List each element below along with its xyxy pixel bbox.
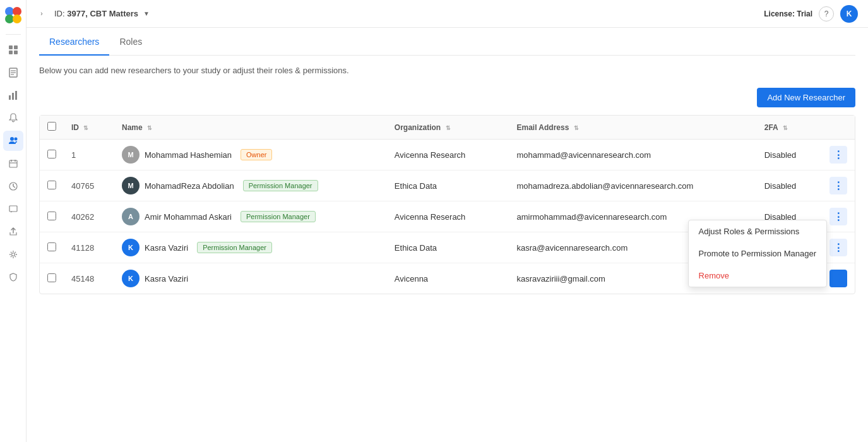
content-area: Researchers Roles Below you can add new …: [27, 28, 868, 442]
row-checkbox[interactable]: [47, 212, 56, 220]
sidebar-icon-calendar[interactable]: [3, 153, 23, 174]
col-email: Email Address ⇅: [509, 116, 756, 140]
row-checkbox[interactable]: [47, 181, 56, 189]
svg-point-2: [5, 15, 14, 23]
col-name: Name ⇅: [114, 116, 387, 140]
svg-rect-7: [14, 51, 18, 54]
license-label: License: Trial: [764, 9, 812, 18]
svg-rect-17: [9, 160, 17, 167]
row-checkbox-cell: [40, 232, 64, 263]
sidebar-icon-chart[interactable]: [3, 85, 23, 105]
svg-rect-14: [15, 91, 17, 100]
name-wrapper: M MohamadReza Abdolian Permission Manage…: [122, 177, 379, 194]
avatar: K: [122, 270, 140, 287]
topbar-left: › ID: 3977, CBT Matters ▼: [37, 9, 150, 19]
col-name-label: Name: [122, 123, 143, 132]
project-id-label: ID: 3977, CBT Matters: [54, 9, 138, 18]
row-action-button[interactable]: ⋮: [829, 177, 847, 194]
researcher-name: Kasra Vaziri: [145, 243, 188, 253]
col-email-label: Email Address: [516, 123, 569, 132]
row-id: 1: [64, 140, 114, 170]
sidebar-toggle-icon[interactable]: ›: [37, 9, 47, 19]
row-action-button[interactable]: ⋮: [829, 270, 847, 287]
svg-point-1: [13, 7, 21, 16]
license-value: Trial: [797, 9, 812, 18]
page-description: Below you can add new researchers to you…: [39, 66, 855, 75]
add-button-row: Add New Researcher: [39, 88, 855, 107]
row-checkbox[interactable]: [47, 242, 56, 251]
sidebar-icon-document[interactable]: [3, 63, 23, 83]
row-action-button[interactable]: ⋮: [829, 146, 847, 164]
row-name: M Mohammad Hashemian Owner: [114, 140, 387, 170]
svg-rect-12: [9, 95, 11, 100]
app-logo[interactable]: [4, 6, 22, 24]
researcher-name: MohamadReza Abdolian: [145, 181, 234, 191]
dropdown-adjust-roles[interactable]: Adjust Roles & Permissions: [689, 220, 826, 242]
avatar: M: [122, 146, 140, 164]
id-name: CBT Matters: [90, 9, 138, 18]
dropdown-promote[interactable]: Promote to Permission Manager: [689, 242, 826, 265]
tab-researchers[interactable]: Researchers: [39, 28, 109, 56]
row-organization: Ethica Data: [387, 232, 509, 263]
row-checkbox[interactable]: [47, 150, 56, 158]
role-badge: Permission Manager: [241, 211, 316, 222]
topbar-right: License: Trial ? K: [764, 5, 858, 23]
row-name: M MohamadReza Abdolian Permission Manage…: [114, 170, 387, 201]
table-row: 1 M Mohammad Hashemian Owner Avicenna Re…: [40, 140, 855, 170]
context-dropdown-menu: Adjust Roles & Permissions Promote to Pe…: [688, 220, 827, 287]
row-2fa: Disabled: [757, 170, 822, 201]
row-id: 40765: [64, 170, 114, 201]
row-action-button[interactable]: ⋮: [829, 239, 847, 256]
sort-org-icon[interactable]: ⇅: [446, 125, 451, 131]
id-number: 3977,: [67, 9, 88, 18]
role-badge: Owner: [241, 149, 272, 160]
svg-line-23: [13, 186, 15, 188]
researcher-name: Amir Mohammad Askari: [145, 212, 232, 222]
tab-roles[interactable]: Roles: [109, 28, 152, 56]
sort-email-icon[interactable]: ⇅: [574, 125, 579, 131]
select-all-checkbox[interactable]: [47, 122, 56, 131]
tab-bar: Researchers Roles: [39, 28, 855, 56]
row-organization: Avicenna: [387, 263, 509, 294]
name-wrapper: K Kasra Vaziri: [122, 270, 379, 287]
sort-2fa-icon[interactable]: ⇅: [783, 125, 788, 131]
col-checkbox: [40, 116, 64, 140]
svg-point-15: [10, 137, 14, 141]
row-checkbox[interactable]: [47, 273, 56, 282]
col-id-label: ID: [71, 123, 79, 132]
add-new-researcher-button[interactable]: Add New Researcher: [757, 88, 855, 107]
row-checkbox-cell: [40, 140, 64, 170]
researcher-name: Mohammad Hashemian: [145, 150, 232, 160]
sort-id-icon[interactable]: ⇅: [83, 125, 88, 131]
sidebar-icon-message[interactable]: [3, 199, 23, 219]
researcher-name: Kasra Vaziri: [145, 274, 188, 284]
row-action-cell: ⋮: [822, 140, 855, 170]
user-avatar[interactable]: K: [840, 5, 858, 23]
sidebar-icon-export[interactable]: [3, 222, 23, 242]
avatar: A: [122, 208, 140, 225]
row-id: 40262: [64, 201, 114, 232]
row-name: K Kasra Vaziri Permission Manager: [114, 232, 387, 263]
sidebar-icon-home[interactable]: [3, 40, 23, 60]
sidebar-icon-bell[interactable]: [3, 108, 23, 128]
col-organization: Organization ⇅: [387, 116, 509, 140]
name-wrapper: A Amir Mohammad Askari Permission Manage…: [122, 208, 379, 225]
col-org-label: Organization: [395, 123, 441, 132]
sort-name-icon[interactable]: ⇅: [147, 125, 152, 131]
license-prefix: License:: [764, 9, 795, 18]
sidebar-icon-clock[interactable]: [3, 176, 23, 196]
row-checkbox-cell: [40, 263, 64, 294]
sidebar: [0, 0, 27, 442]
sidebar-icon-settings[interactable]: [3, 244, 23, 265]
sidebar-icon-admin[interactable]: [3, 267, 23, 287]
help-button[interactable]: ?: [819, 6, 834, 21]
project-dropdown-icon[interactable]: ▼: [143, 10, 150, 17]
dropdown-remove[interactable]: Remove: [689, 265, 826, 287]
svg-rect-13: [12, 93, 14, 100]
row-action-button[interactable]: ⋮: [829, 208, 847, 225]
row-2fa: Disabled: [757, 140, 822, 170]
svg-rect-6: [9, 51, 13, 54]
id-prefix: ID:: [54, 9, 65, 18]
row-id: 45148: [64, 263, 114, 294]
sidebar-icon-people[interactable]: [3, 131, 23, 151]
